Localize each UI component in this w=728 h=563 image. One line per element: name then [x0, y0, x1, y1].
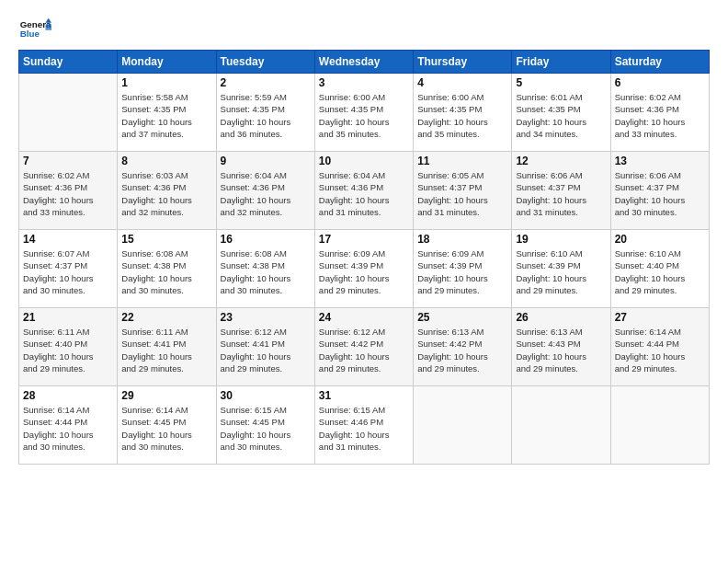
calendar-cell: 31Sunrise: 6:15 AM Sunset: 4:46 PM Dayli…: [314, 386, 413, 465]
calendar-cell: 15Sunrise: 6:08 AM Sunset: 4:38 PM Dayli…: [118, 230, 216, 308]
calendar-cell: [19, 74, 118, 152]
calendar-cell: 4Sunrise: 6:00 AM Sunset: 4:35 PM Daylig…: [414, 74, 512, 152]
day-info: Sunrise: 6:13 AM Sunset: 4:42 PM Dayligh…: [417, 326, 507, 374]
day-info: Sunrise: 6:09 AM Sunset: 4:39 PM Dayligh…: [417, 247, 507, 296]
day-info: Sunrise: 6:11 AM Sunset: 4:41 PM Dayligh…: [121, 326, 211, 374]
calendar-body: 1Sunrise: 5:58 AM Sunset: 4:35 PM Daylig…: [19, 74, 710, 465]
calendar-cell: 18Sunrise: 6:09 AM Sunset: 4:39 PM Dayli…: [414, 230, 512, 308]
day-info: Sunrise: 6:15 AM Sunset: 4:45 PM Dayligh…: [221, 404, 311, 453]
calendar-cell: 8Sunrise: 6:03 AM Sunset: 4:36 PM Daylig…: [118, 152, 216, 230]
day-number: 31: [319, 389, 409, 402]
day-number: 11: [417, 155, 507, 167]
calendar-cell: 17Sunrise: 6:09 AM Sunset: 4:39 PM Dayli…: [314, 230, 413, 308]
day-number: 23: [221, 311, 311, 324]
day-number: 28: [23, 389, 113, 402]
day-number: 24: [319, 311, 409, 324]
day-number: 16: [221, 233, 311, 246]
calendar-cell: 16Sunrise: 6:08 AM Sunset: 4:38 PM Dayli…: [216, 230, 314, 308]
day-number: 22: [121, 311, 211, 324]
day-number: 30: [221, 389, 311, 402]
calendar-cell: 7Sunrise: 6:02 AM Sunset: 4:36 PM Daylig…: [19, 152, 118, 230]
day-number: 29: [121, 389, 211, 402]
calendar-cell: 10Sunrise: 6:04 AM Sunset: 4:36 PM Dayli…: [314, 152, 413, 230]
day-number: 4: [417, 76, 507, 89]
calendar-cell: 5Sunrise: 6:01 AM Sunset: 4:35 PM Daylig…: [512, 74, 610, 152]
day-number: 6: [615, 76, 705, 89]
calendar-cell: 26Sunrise: 6:13 AM Sunset: 4:43 PM Dayli…: [512, 308, 610, 386]
page: General Blue SundayMondayTuesdayWednesda…: [0, 0, 728, 563]
day-number: 3: [319, 76, 409, 89]
calendar-cell: [610, 386, 709, 465]
svg-text:Blue: Blue: [20, 29, 40, 39]
calendar-cell: 6Sunrise: 6:02 AM Sunset: 4:36 PM Daylig…: [610, 74, 709, 152]
day-info: Sunrise: 6:06 AM Sunset: 4:37 PM Dayligh…: [516, 169, 606, 218]
calendar-cell: 23Sunrise: 6:12 AM Sunset: 4:41 PM Dayli…: [216, 308, 314, 386]
logo: General Blue: [18, 17, 51, 42]
calendar-cell: 20Sunrise: 6:10 AM Sunset: 4:40 PM Dayli…: [610, 230, 709, 308]
calendar-cell: 9Sunrise: 6:04 AM Sunset: 4:36 PM Daylig…: [216, 152, 314, 230]
day-info: Sunrise: 6:14 AM Sunset: 4:44 PM Dayligh…: [615, 326, 705, 374]
calendar-cell: 1Sunrise: 5:58 AM Sunset: 4:35 PM Daylig…: [118, 74, 216, 152]
weekday-header: Wednesday: [314, 51, 413, 74]
calendar-cell: 11Sunrise: 6:05 AM Sunset: 4:37 PM Dayli…: [414, 152, 512, 230]
calendar-cell: 12Sunrise: 6:06 AM Sunset: 4:37 PM Dayli…: [512, 152, 610, 230]
day-number: 1: [121, 76, 211, 89]
day-info: Sunrise: 6:08 AM Sunset: 4:38 PM Dayligh…: [121, 247, 211, 296]
day-number: 5: [516, 76, 606, 89]
day-info: Sunrise: 6:04 AM Sunset: 4:36 PM Dayligh…: [319, 169, 409, 218]
calendar-header: SundayMondayTuesdayWednesdayThursdayFrid…: [19, 51, 710, 74]
calendar-cell: 21Sunrise: 6:11 AM Sunset: 4:40 PM Dayli…: [19, 308, 118, 386]
weekday-header: Tuesday: [216, 51, 314, 74]
day-info: Sunrise: 6:14 AM Sunset: 4:44 PM Dayligh…: [23, 404, 113, 453]
calendar-cell: [414, 386, 512, 465]
calendar-week-row: 14Sunrise: 6:07 AM Sunset: 4:37 PM Dayli…: [19, 230, 710, 308]
day-info: Sunrise: 6:15 AM Sunset: 4:46 PM Dayligh…: [319, 404, 409, 453]
calendar-table: SundayMondayTuesdayWednesdayThursdayFrid…: [18, 50, 710, 465]
calendar-cell: [512, 386, 610, 465]
day-number: 13: [615, 155, 705, 167]
day-info: Sunrise: 6:04 AM Sunset: 4:36 PM Dayligh…: [221, 169, 311, 218]
day-info: Sunrise: 6:07 AM Sunset: 4:37 PM Dayligh…: [23, 247, 113, 296]
day-number: 25: [417, 311, 507, 324]
day-number: 19: [516, 233, 606, 246]
calendar-cell: 29Sunrise: 6:14 AM Sunset: 4:45 PM Dayli…: [118, 386, 216, 465]
day-info: Sunrise: 6:12 AM Sunset: 4:42 PM Dayligh…: [319, 326, 409, 374]
day-info: Sunrise: 6:13 AM Sunset: 4:43 PM Dayligh…: [516, 326, 606, 374]
day-info: Sunrise: 6:12 AM Sunset: 4:41 PM Dayligh…: [221, 326, 311, 374]
calendar-cell: 2Sunrise: 5:59 AM Sunset: 4:35 PM Daylig…: [216, 74, 314, 152]
calendar-week-row: 7Sunrise: 6:02 AM Sunset: 4:36 PM Daylig…: [19, 152, 710, 230]
calendar-cell: 22Sunrise: 6:11 AM Sunset: 4:41 PM Dayli…: [118, 308, 216, 386]
day-number: 10: [319, 155, 409, 167]
day-number: 9: [221, 155, 311, 167]
calendar-week-row: 1Sunrise: 5:58 AM Sunset: 4:35 PM Daylig…: [19, 74, 710, 152]
day-number: 21: [23, 311, 113, 324]
day-info: Sunrise: 6:01 AM Sunset: 4:35 PM Dayligh…: [516, 91, 606, 140]
calendar-week-row: 28Sunrise: 6:14 AM Sunset: 4:44 PM Dayli…: [19, 386, 710, 465]
day-number: 20: [615, 233, 705, 246]
calendar-cell: 28Sunrise: 6:14 AM Sunset: 4:44 PM Dayli…: [19, 386, 118, 465]
day-info: Sunrise: 6:08 AM Sunset: 4:38 PM Dayligh…: [221, 247, 311, 296]
calendar-cell: 3Sunrise: 6:00 AM Sunset: 4:35 PM Daylig…: [314, 74, 413, 152]
day-number: 7: [23, 155, 113, 167]
day-info: Sunrise: 6:00 AM Sunset: 4:35 PM Dayligh…: [417, 91, 507, 140]
calendar-cell: 19Sunrise: 6:10 AM Sunset: 4:39 PM Dayli…: [512, 230, 610, 308]
day-number: 18: [417, 233, 507, 246]
day-info: Sunrise: 6:02 AM Sunset: 4:36 PM Dayligh…: [23, 169, 113, 218]
calendar-cell: 25Sunrise: 6:13 AM Sunset: 4:42 PM Dayli…: [414, 308, 512, 386]
header: General Blue: [18, 17, 710, 42]
day-info: Sunrise: 6:09 AM Sunset: 4:39 PM Dayligh…: [319, 247, 409, 296]
weekday-header: Monday: [118, 51, 216, 74]
weekday-header: Saturday: [610, 51, 709, 74]
weekday-header: Friday: [512, 51, 610, 74]
weekday-header: Sunday: [19, 51, 118, 74]
calendar-cell: 30Sunrise: 6:15 AM Sunset: 4:45 PM Dayli…: [216, 386, 314, 465]
day-info: Sunrise: 5:58 AM Sunset: 4:35 PM Dayligh…: [121, 91, 211, 140]
day-number: 12: [516, 155, 606, 167]
day-info: Sunrise: 6:11 AM Sunset: 4:40 PM Dayligh…: [23, 326, 113, 374]
day-info: Sunrise: 6:10 AM Sunset: 4:39 PM Dayligh…: [516, 247, 606, 296]
day-number: 27: [615, 311, 705, 324]
svg-marker-3: [45, 24, 51, 30]
day-info: Sunrise: 6:14 AM Sunset: 4:45 PM Dayligh…: [121, 404, 211, 453]
day-info: Sunrise: 5:59 AM Sunset: 4:35 PM Dayligh…: [221, 91, 311, 140]
calendar-cell: 24Sunrise: 6:12 AM Sunset: 4:42 PM Dayli…: [314, 308, 413, 386]
